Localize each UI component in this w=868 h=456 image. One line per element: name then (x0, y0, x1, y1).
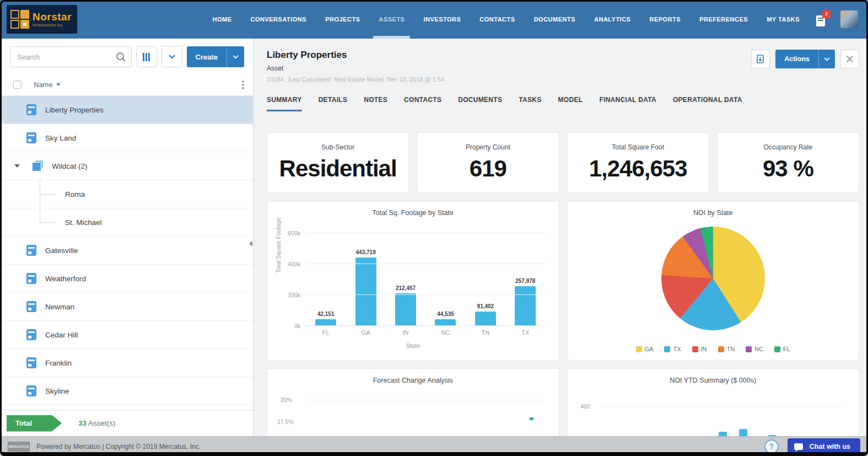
legend-label: TN (727, 346, 735, 352)
actions-dropdown-button[interactable] (818, 50, 835, 68)
view-options-button[interactable] (161, 46, 182, 67)
legend-item-in[interactable]: IN (692, 346, 707, 352)
bar-rect-in (395, 293, 416, 326)
x-axis-tick: TN (466, 329, 505, 336)
tab-operational-data[interactable]: OPERATIONAL DATA (673, 96, 742, 111)
close-button[interactable] (840, 50, 859, 68)
asset-row-franklin[interactable]: Franklin (0, 349, 253, 377)
legend-item-fl[interactable]: FL (774, 346, 790, 352)
legend-item-tx[interactable]: TX (664, 346, 681, 352)
chat-button-label: Chat with us (810, 443, 850, 450)
tab-contacts[interactable]: CONTACTS (404, 96, 441, 111)
gridline (308, 400, 544, 400)
asset-row-label: Newman (45, 303, 74, 311)
legend-item-nc[interactable]: NC (746, 346, 763, 352)
nav-item-analytics[interactable]: ANALYTICS (594, 0, 630, 39)
columns-icon (143, 53, 144, 61)
x-axis-tick: NC (425, 329, 465, 336)
asset-icon (26, 104, 36, 115)
forecast-ytick: 17.5% (277, 419, 294, 425)
sidebar-collapse-handle[interactable] (247, 236, 254, 251)
chat-with-us-button[interactable]: Chat with us (788, 438, 860, 455)
asset-row-label: Skyline (45, 387, 69, 395)
actions-split-button: Actions (775, 50, 835, 68)
user-avatar[interactable] (840, 10, 858, 28)
create-split-button: Create (187, 46, 244, 67)
create-dropdown-button[interactable] (227, 46, 244, 67)
tab-tasks[interactable]: TASKS (519, 96, 541, 111)
bar-column-tx: 257,978 (505, 233, 545, 326)
asset-row-label: Liberty Properties (45, 106, 104, 114)
forecast-data-marker (530, 417, 533, 420)
chevron-down-icon (233, 55, 239, 59)
asset-row-roma[interactable]: Roma (0, 180, 253, 208)
asset-row-wildcat-2[interactable]: Wildcat (2) (0, 152, 253, 180)
asset-row-skyline[interactable]: Skyline (0, 377, 253, 405)
kpi-label: Occupancy Rate (764, 143, 813, 151)
asset-row-label: Gatesville (45, 246, 78, 255)
nav-item-my-tasks[interactable]: MY TASKS (767, 0, 800, 39)
asset-icon (26, 132, 36, 143)
legend-item-ga[interactable]: GA (636, 346, 654, 352)
nav-item-contacts[interactable]: CONTACTS (479, 0, 515, 39)
gridline (306, 325, 546, 326)
portfolio-icon (32, 160, 43, 171)
sort-by-name[interactable]: Name (34, 81, 61, 89)
chat-bubble-icon (794, 443, 803, 450)
nav-item-preferences[interactable]: PREFERENCES (699, 0, 748, 39)
bottom-charts-row: Forecast Change Analysis 20% 17.5% NOI Y… (267, 368, 859, 436)
nav-item-documents[interactable]: DOCUMENTS (534, 0, 575, 39)
nav-item-investors[interactable]: INVESTORS (423, 0, 461, 39)
kpi-label: Property Count (466, 143, 510, 151)
tab-notes[interactable]: NOTES (364, 96, 387, 111)
tab-financial-data[interactable]: FINANCIAL DATA (599, 96, 656, 111)
asset-row-label: Sky Land (45, 134, 76, 142)
kpi-card-occupancy-rate: Occupancy Rate93 % (717, 132, 859, 193)
brand-tagline: Infrastructure Inc. (33, 23, 72, 27)
nav-item-home[interactable]: HOME (213, 0, 232, 39)
nav-item-reports[interactable]: REPORTS (649, 0, 681, 39)
asset-row-liberty-properties[interactable]: Liberty Properties (0, 96, 253, 124)
detail-tabs: SUMMARYDETAILSNOTESCONTACTSDOCUMENTSTASK… (267, 96, 859, 111)
expand-caret-icon[interactable] (14, 164, 20, 168)
nav-item-projects[interactable]: PROJECTS (325, 0, 360, 39)
footer-right: ? Chat with us (764, 438, 860, 455)
asset-row-weatherford[interactable]: Weatherford (0, 265, 253, 293)
mercatus-logo: MERCATUS (8, 442, 30, 452)
search-input[interactable] (10, 46, 132, 67)
bar-value-label: 212,457 (396, 285, 416, 291)
create-button[interactable]: Create (187, 46, 227, 67)
nav-item-assets[interactable]: ASSETS (379, 0, 405, 39)
sidebar-toolbar: Create (0, 39, 253, 74)
page-subtitle: Asset (267, 65, 444, 72)
close-icon (846, 55, 854, 63)
notifications-icon[interactable]: 7 (816, 12, 828, 26)
forecast-chart-title: Forecast Change Analysis (276, 377, 550, 384)
asset-row-st-michael[interactable]: St. Michael (0, 208, 253, 237)
actions-button[interactable]: Actions (775, 50, 818, 68)
asset-row-cedar-hill[interactable]: Cedar Hill (0, 321, 253, 349)
chevron-down-icon (824, 57, 830, 61)
export-button[interactable] (751, 50, 770, 68)
columns-filter-button[interactable] (136, 46, 157, 67)
main-panel: Liberty Properties Asset 10184 , Last Ca… (254, 39, 868, 436)
legend-item-tn[interactable]: TN (718, 346, 735, 352)
help-button[interactable]: ? (764, 439, 779, 454)
x-axis-tick: GA (346, 329, 385, 336)
tab-summary[interactable]: SUMMARY (267, 96, 302, 111)
select-all-checkbox[interactable] (13, 81, 21, 89)
tab-details[interactable]: DETAILS (319, 96, 348, 111)
asset-row-sky-land[interactable]: Sky Land (0, 124, 253, 152)
x-axis-tick: TX (505, 329, 545, 336)
bar-chart-title: Total Sq. Footage by State (276, 209, 550, 217)
tab-model[interactable]: MODEL (558, 96, 583, 111)
asset-row-gatesville[interactable]: Gatesville (0, 237, 253, 265)
nav-item-conversations[interactable]: CONVERSATIONS (251, 0, 307, 39)
legend-swatch (774, 346, 780, 352)
list-menu-kebab-icon[interactable] (242, 84, 244, 86)
asset-row-newman[interactable]: Newman (0, 293, 253, 321)
export-doc-icon (757, 55, 765, 64)
tab-documents[interactable]: DOCUMENTS (458, 96, 502, 111)
chevron-down-icon (169, 55, 175, 59)
kpi-label: Total Square Foot (612, 143, 664, 151)
